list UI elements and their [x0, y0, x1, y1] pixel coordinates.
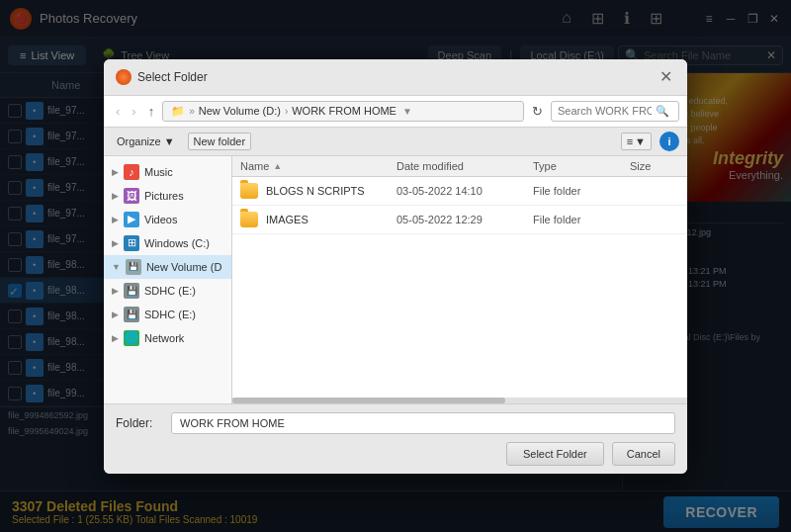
sidebar-item-network[interactable]: ▶ 🌐 Network: [104, 326, 231, 350]
modal-address-bar: ‹ › ↑ 📁 » New Volume (D:) › WORK FROM HO…: [104, 96, 687, 128]
modal-file-row-0[interactable]: BLOGS N SCRIPTS 03-05-2022 14:10 File fo…: [232, 177, 687, 206]
windows-icon: ⊞: [124, 235, 139, 251]
expand-arrow-network: ▶: [112, 333, 119, 343]
sdhc1-label: SDHC (E:): [144, 285, 196, 297]
expand-arrow-newvol: ▼: [112, 262, 121, 272]
pictures-icon: 🖼: [124, 188, 139, 204]
modal-bottom: Folder: Select Folder Cancel: [104, 403, 687, 474]
organize-label: Organize: [117, 135, 161, 147]
organize-button[interactable]: Organize ▼: [112, 133, 180, 149]
expand-arrow-sdhc1: ▶: [112, 286, 119, 296]
modal-file-type-1: File folder: [533, 214, 622, 225]
modal-actions: Select Folder Cancel: [116, 442, 675, 466]
sdhc2-label: SDHC (E:): [144, 309, 196, 320]
path-folder-icon: 📁: [171, 105, 185, 118]
folder-input[interactable]: [171, 412, 675, 434]
newvol-icon: 💾: [126, 259, 141, 275]
path-dropdown-arrow: ▼: [402, 106, 412, 117]
mfh-date-label: Date modified: [396, 160, 464, 172]
pictures-label: Pictures: [144, 190, 184, 202]
mfh-type-label: Type: [533, 160, 557, 172]
mfh-size-col[interactable]: Size: [630, 160, 679, 172]
music-label: Music: [144, 166, 173, 178]
modal-info-button[interactable]: i: [659, 132, 679, 151]
nav-back-button[interactable]: ‹: [112, 102, 124, 121]
expand-arrow-sdhc2: ▶: [112, 310, 119, 319]
address-path[interactable]: 📁 » New Volume (D:) › WORK FROM HOME ▼: [162, 101, 524, 122]
select-folder-modal: Select Folder ✕ ‹ › ↑ 📁 » New Volume (D:…: [104, 59, 687, 474]
nav-up-button[interactable]: ↑: [144, 102, 159, 121]
sidebar-item-sdhc2[interactable]: ▶ 💾 SDHC (E:): [104, 303, 231, 326]
sdhc2-icon: 💾: [124, 307, 139, 322]
modal-file-type-0: File folder: [533, 185, 622, 197]
select-folder-button[interactable]: Select Folder: [506, 442, 604, 466]
mfh-name-label: Name: [240, 160, 269, 172]
modal-file-name-1: IMAGES: [266, 214, 389, 225]
sidebar-item-newvolume[interactable]: ▼ 💾 New Volume (D: [104, 255, 231, 279]
modal-title-bar: Select Folder ✕: [104, 59, 687, 96]
mfh-size-label: Size: [630, 160, 651, 172]
folder-search-box[interactable]: 🔍: [551, 101, 679, 122]
modal-file-date-0: 03-05-2022 14:10: [396, 185, 525, 197]
expand-arrow-music: ▶: [112, 167, 119, 177]
folder-icon-1: [240, 212, 258, 227]
videos-label: Videos: [144, 214, 177, 225]
expand-arrow-windows: ▶: [112, 238, 119, 248]
modal-close-button[interactable]: ✕: [656, 67, 675, 87]
view-button[interactable]: ≡ ▼: [621, 133, 652, 150]
folder-row: Folder:: [116, 412, 675, 434]
expand-arrow-videos: ▶: [112, 215, 119, 224]
videos-icon: ▶: [124, 212, 139, 227]
path-chevron: »: [189, 106, 195, 117]
modal-content: ▶ ♪ Music ▶ 🖼 Pictures ▶ ▶ Videos ▶ ⊞: [104, 156, 687, 403]
scrollbar-thumb[interactable]: [232, 398, 505, 403]
music-icon: ♪: [124, 164, 139, 180]
sidebar-item-sdhc1[interactable]: ▶ 💾 SDHC (E:): [104, 279, 231, 303]
modal-file-date-1: 05-05-2022 12:29: [396, 214, 525, 225]
nav-forward-button[interactable]: ›: [128, 102, 139, 121]
mfh-date-col[interactable]: Date modified: [396, 160, 525, 172]
cancel-button[interactable]: Cancel: [612, 442, 675, 466]
sidebar-item-windows[interactable]: ▶ ⊞ Windows (C:): [104, 231, 231, 255]
sort-arrow: ▲: [273, 161, 282, 171]
folder-search-icon: 🔍: [656, 105, 669, 118]
sidebar-item-music[interactable]: ▶ ♪ Music: [104, 160, 231, 184]
folder-label: Folder:: [116, 416, 163, 430]
sidebar-item-pictures[interactable]: ▶ 🖼 Pictures: [104, 184, 231, 208]
modal-overlay: Select Folder ✕ ‹ › ↑ 📁 » New Volume (D:…: [0, 0, 791, 532]
file-area-empty: [232, 234, 687, 398]
path-sep: ›: [285, 106, 288, 117]
network-label: Network: [144, 332, 184, 344]
mfh-name-col[interactable]: Name ▲: [240, 160, 389, 172]
folder-search-input[interactable]: [558, 105, 652, 117]
path-root-label: New Volume (D:): [199, 105, 281, 117]
modal-scrollbar[interactable]: [232, 398, 687, 403]
modal-title-icon: [116, 69, 132, 85]
organize-arrow: ▼: [164, 135, 175, 147]
new-folder-button[interactable]: New folder: [188, 133, 252, 150]
modal-file-area: Name ▲ Date modified Type Size BLOG: [232, 156, 687, 403]
folder-icon-0: [240, 183, 258, 199]
modal-title: Select Folder: [137, 70, 656, 84]
expand-arrow-pictures: ▶: [112, 191, 119, 201]
view-icon: ≡: [627, 135, 633, 147]
newvol-label: New Volume (D: [146, 261, 221, 273]
mfh-type-col[interactable]: Type: [533, 160, 622, 172]
modal-file-name-0: BLOGS N SCRIPTS: [266, 185, 389, 197]
network-icon: 🌐: [124, 330, 139, 346]
sidebar-item-videos[interactable]: ▶ ▶ Videos: [104, 208, 231, 231]
sdhc1-icon: 💾: [124, 283, 139, 299]
refresh-button[interactable]: ↻: [528, 102, 547, 121]
modal-sidebar: ▶ ♪ Music ▶ 🖼 Pictures ▶ ▶ Videos ▶ ⊞: [104, 156, 232, 403]
windows-label: Windows (C:): [144, 237, 210, 249]
modal-toolbar: Organize ▼ New folder ≡ ▼ i: [104, 128, 687, 156]
modal-file-header: Name ▲ Date modified Type Size: [232, 156, 687, 177]
modal-file-row-1[interactable]: IMAGES 05-05-2022 12:29 File folder: [232, 206, 687, 234]
path-folder-label: WORK FROM HOME: [292, 105, 396, 117]
view-arrow: ▼: [635, 135, 646, 147]
